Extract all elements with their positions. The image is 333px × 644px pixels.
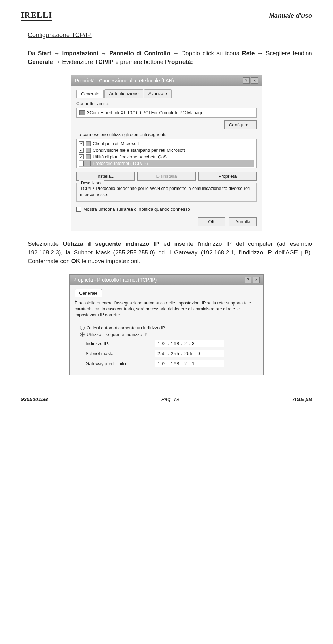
nic-display: 3Com EtherLink XL 10/100 PCI For Complet…	[76, 108, 257, 118]
tab-generale[interactable]: Generale	[75, 289, 102, 297]
ip-input[interactable]: 192 . 168 . 2 . 3	[155, 340, 224, 347]
description-text: TCP/IP. Protocollo predefinito per le WA…	[80, 186, 250, 197]
page-footer: 93050015B Pag. 19 AGE μB	[21, 396, 312, 402]
mask-label: Subnet mask:	[86, 351, 155, 356]
kw-start: Start	[38, 50, 51, 57]
component-icon	[86, 154, 91, 159]
close-button[interactable]: ×	[253, 277, 260, 283]
tab-strip: Generale Autenticazione Avanzate	[76, 89, 257, 98]
list-item[interactable]: ✓ Client per reti Microsoft	[79, 140, 254, 147]
tab-avanzate[interactable]: Avanzate	[144, 89, 172, 98]
titlebar: Proprietà - Protocollo Internet (TCP/IP)…	[70, 275, 263, 285]
text: → Scegliere tendina	[257, 50, 312, 57]
text: →	[101, 50, 109, 57]
disinstalla-button: Disinstalla	[137, 172, 196, 181]
text: Da	[28, 50, 38, 57]
page-number: Pag. 19	[161, 396, 179, 402]
proprieta-button[interactable]: Proprietà	[198, 172, 257, 181]
kw-utilizza: Utilizza il seguente indirizzo IP	[63, 241, 159, 247]
list-item[interactable]: ✓ Utilità di pianificazione pacchetti Qo…	[79, 153, 254, 160]
text: e premere bottone	[115, 59, 165, 65]
kw-ok: OK	[71, 258, 80, 265]
item-label: Condivisione file e stampanti per reti M…	[93, 148, 185, 153]
kw-generale: Generale	[28, 59, 53, 65]
second-paragraph: Selezionate Utilizza il seguente indiriz…	[28, 240, 312, 266]
doc-code: 93050015B	[21, 396, 48, 402]
footer-rule	[182, 399, 289, 399]
lan-properties-dialog: Proprietà - Connessione alla rete locale…	[71, 75, 262, 231]
elements-label: La connessione utilizza gli elementi seg…	[76, 132, 257, 137]
section-title: Configurazione TCP/IP	[28, 32, 312, 39]
page-header: IRELLI Manuale d'uso	[21, 10, 312, 21]
component-icon	[86, 148, 91, 153]
ip-label: Indirizzo IP:	[86, 341, 155, 346]
description-legend: Descrizione	[79, 180, 104, 186]
checkbox-icon[interactable]: ✓	[79, 161, 84, 166]
radio-auto-label: Ottieni automaticamente un indirizzo IP	[87, 325, 165, 331]
title-text: Proprietà - Connessione alla rete locale…	[75, 78, 174, 83]
close-button[interactable]: ×	[251, 77, 258, 84]
tab-generale[interactable]: Generale	[76, 90, 104, 98]
tcpip-description: È possibile ottenere l'assegnazione auto…	[75, 300, 258, 318]
component-icon	[86, 161, 91, 166]
product-code: AGE μB	[292, 396, 312, 402]
connetti-label: Connetti tramite:	[76, 101, 257, 106]
radio-manual-label: Utilizza il seguente indirizzo IP:	[87, 332, 149, 337]
ok-button[interactable]: OK	[198, 217, 225, 226]
description-group: Descrizione TCP/IP. Protocollo predefini…	[76, 183, 257, 202]
item-label: Protocollo Internet (TCP/IP)	[93, 161, 148, 166]
installa-button[interactable]: Installa...	[76, 172, 135, 181]
item-label: Utilità di pianificazione pacchetti QoS	[93, 154, 167, 159]
tcpip-properties-dialog: Proprietà - Protocollo Internet (TCP/IP)…	[69, 274, 264, 375]
text: →	[54, 50, 62, 57]
tray-icon-label: Mostra un'icona sull'area di notifica qu…	[83, 207, 190, 212]
item-label: Client per reti Microsoft	[93, 141, 139, 146]
kw-impostazioni: Impostazioni	[62, 50, 98, 57]
list-item[interactable]: ✓ Condivisione file e stampanti per reti…	[79, 147, 254, 153]
text: Selezionate	[28, 241, 63, 247]
text: le nuove impostazioni.	[82, 258, 140, 265]
gw-input[interactable]: 192 . 168 . 2 . 1	[155, 360, 224, 367]
text: → Doppio click su icona	[173, 50, 242, 57]
help-button[interactable]: ?	[243, 77, 250, 84]
brand-logo: IRELLI	[21, 10, 52, 21]
component-icon	[86, 141, 91, 146]
list-item-selected[interactable]: ✓ Protocollo Internet (TCP/IP)	[79, 160, 254, 167]
kw-proprieta: Proprietà:	[165, 59, 193, 65]
configura-button[interactable]: CConfigura...onfigura...	[224, 120, 257, 129]
checkbox-icon[interactable]: ✓	[79, 148, 84, 153]
footer-rule	[51, 399, 158, 399]
titlebar: Proprietà - Connessione alla rete locale…	[71, 75, 262, 86]
title-text: Proprietà - Protocollo Internet (TCP/IP)	[73, 277, 157, 283]
nic-name: 3Com EtherLink XL 10/100 PCI For Complet…	[87, 110, 204, 115]
checkbox-icon[interactable]: ✓	[79, 141, 84, 146]
kw-tcpip: TCP/IP	[95, 59, 114, 65]
header-rule	[56, 16, 266, 16]
text: → Evidenziare	[55, 59, 95, 65]
kw-pannello: Pannello di Controllo	[109, 50, 170, 57]
mask-input[interactable]: 255 . 255 . 255 . 0	[155, 350, 224, 357]
intro-paragraph: Da Start → Impostazioni → Pannello di Co…	[28, 49, 312, 66]
tray-icon-checkbox[interactable]	[76, 207, 81, 212]
kw-rete: Rete	[242, 50, 255, 57]
components-listbox[interactable]: ✓ Client per reti Microsoft ✓ Condivisio…	[76, 139, 257, 168]
radio-auto-ip[interactable]	[80, 326, 85, 330]
tab-strip: Generale	[75, 288, 258, 297]
annulla-button[interactable]: Annulla	[229, 217, 257, 226]
gw-label: Gateway predefinito:	[86, 361, 155, 366]
manual-title: Manuale d'uso	[269, 12, 312, 19]
nic-icon	[79, 110, 85, 115]
checkbox-icon[interactable]: ✓	[79, 154, 84, 159]
tab-autenticazione[interactable]: Autenticazione	[104, 89, 143, 98]
radio-manual-ip[interactable]	[80, 332, 85, 337]
help-button[interactable]: ?	[245, 277, 251, 283]
